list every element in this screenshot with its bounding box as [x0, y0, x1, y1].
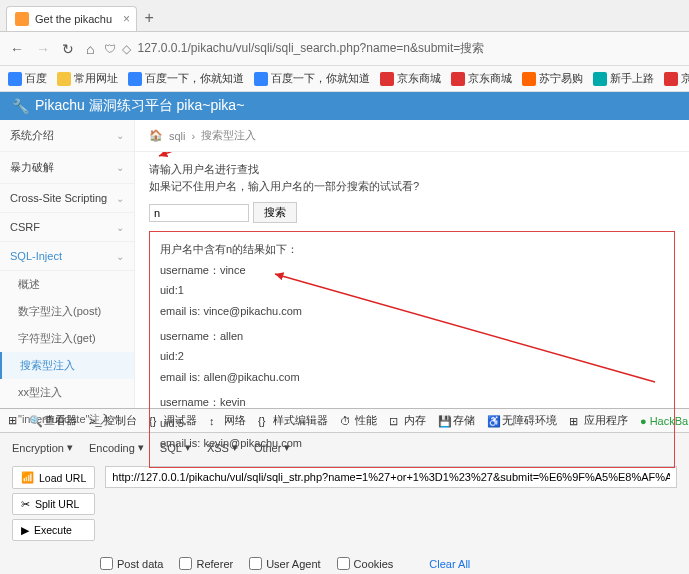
devtools-tab-icon: >_	[89, 415, 101, 427]
sidebar-item[interactable]: Cross-Site Scripting⌄	[0, 184, 134, 213]
home-icon[interactable]: ⌂	[86, 41, 94, 57]
bookmark-label: 苏宁易购	[539, 71, 583, 86]
sidebar-item[interactable]: 暴力破解⌄	[0, 152, 134, 184]
bookmark-item[interactable]: 京东	[664, 71, 689, 86]
checkbox[interactable]	[179, 557, 192, 570]
sidebar-item-label: 系统介绍	[10, 128, 54, 143]
chevron-down-icon: ⌄	[116, 130, 124, 141]
hackbar-dropdown[interactable]: Encryption▾	[12, 441, 73, 454]
close-icon[interactable]: ×	[123, 12, 130, 26]
bookmark-item[interactable]: 苏宁易购	[522, 71, 583, 86]
sidebar-item-sql-inject[interactable]: SQL-Inject⌄	[0, 242, 134, 271]
hackbar-option[interactable]: Post data	[100, 557, 163, 570]
browser-tab-bar: Get the pikachu × +	[0, 0, 689, 32]
scissors-icon: ✂	[21, 498, 30, 510]
result-entry: username：kevinuid:5email is: kevin@pikac…	[160, 393, 664, 453]
hackbar-option[interactable]: User Agent	[249, 557, 320, 570]
bookmark-icon	[451, 72, 465, 86]
results-header: 用户名中含有n的结果如下：	[160, 240, 664, 259]
chevron-down-icon: ⌄	[116, 193, 124, 204]
split-url-button[interactable]: ✂Split URL	[12, 493, 95, 515]
sidebar-item[interactable]: CSRF⌄	[0, 213, 134, 242]
load-url-button[interactable]: 📶Load URL	[12, 466, 95, 489]
tab-favicon	[15, 12, 29, 26]
bookmark-label: 常用网址	[74, 71, 118, 86]
hackbar-option[interactable]: Cookies	[337, 557, 394, 570]
svg-line-0	[159, 152, 255, 156]
back-icon[interactable]: ←	[10, 41, 24, 57]
breadcrumb-2[interactable]: 搜索型注入	[201, 128, 256, 143]
devtools-tab[interactable]: 🔍查看器	[29, 413, 77, 428]
bookmark-icon	[128, 72, 142, 86]
breadcrumb-1[interactable]: sqli	[169, 130, 186, 142]
sidebar-item[interactable]: 系统介绍⌄	[0, 120, 134, 152]
breadcrumb: 🏠 sqli › 搜索型注入	[135, 120, 689, 152]
app-header: 🔧 Pikachu 漏洞练习平台 pika~pika~	[0, 92, 689, 120]
lock-icon: ◇	[122, 42, 131, 56]
tab-title: Get the pikachu	[35, 13, 112, 25]
bookmark-item[interactable]: 常用网址	[57, 71, 118, 86]
bookmark-icon	[593, 72, 607, 86]
execute-button[interactable]: ▶Execute	[12, 519, 95, 541]
sidebar-sub-item[interactable]: 数字型注入(post)	[0, 298, 134, 325]
sidebar-item-label: 暴力破解	[10, 160, 54, 175]
new-tab-button[interactable]: +	[137, 9, 161, 31]
content: 🏠 sqli › 搜索型注入 请输入用户名进行查找 如果记不住用户名，输入用户名…	[135, 120, 689, 408]
bookmarks-bar: 百度常用网址百度一下，你就知道百度一下，你就知道京东商城京东商城苏宁易购新手上路…	[0, 66, 689, 92]
sidebar-sub-item[interactable]: 字符型注入(get)	[0, 325, 134, 352]
bookmark-label: 百度	[25, 71, 47, 86]
chevron-down-icon: ▾	[67, 441, 73, 454]
clear-all-link[interactable]: Clear All	[429, 558, 470, 570]
sidebar-item-label: CSRF	[10, 221, 40, 233]
sidebar-sub-item[interactable]: 搜索型注入	[0, 352, 134, 379]
sidebar-item-label: SQL-Inject	[10, 250, 62, 262]
main-layout: 系统介绍⌄暴力破解⌄Cross-Site Scripting⌄CSRF⌄SQL-…	[0, 120, 689, 408]
sidebar-sub-item[interactable]: 概述	[0, 271, 134, 298]
checkbox[interactable]	[100, 557, 113, 570]
search-input[interactable]	[149, 204, 249, 222]
bookmark-item[interactable]: 百度	[8, 71, 47, 86]
forward-icon[interactable]: →	[36, 41, 50, 57]
devtools-tab-label: 查看器	[44, 413, 77, 428]
results-box: 用户名中含有n的结果如下：username：vinceuid:1email is…	[149, 231, 675, 468]
option-label: Cookies	[354, 558, 394, 570]
chevron-down-icon: ⌄	[116, 162, 124, 173]
chevron-down-icon: ⌄	[116, 251, 124, 262]
content-body: 请输入用户名进行查找 如果记不住用户名，输入用户名的一部分搜索的试试看? 搜索 …	[135, 152, 689, 478]
bookmark-label: 新手上路	[610, 71, 654, 86]
bookmark-item[interactable]: 百度一下，你就知道	[254, 71, 370, 86]
bookmark-icon	[57, 72, 71, 86]
devtools-tab[interactable]: >_控制台	[89, 413, 137, 428]
url-text: 127.0.0.1/pikachu/vul/sqli/sqli_search.p…	[137, 40, 484, 57]
bookmark-item[interactable]: 新手上路	[593, 71, 654, 86]
bookmark-item[interactable]: 百度一下，你就知道	[128, 71, 244, 86]
checkbox[interactable]	[337, 557, 350, 570]
bookmark-label: 百度一下，你就知道	[271, 71, 370, 86]
prompt-line-1: 请输入用户名进行查找	[149, 162, 675, 177]
result-entry: username：vinceuid:1email is: vince@pikac…	[160, 261, 664, 321]
prompt-line-2: 如果记不住用户名，输入用户名的一部分搜索的试试看?	[149, 179, 675, 194]
bookmark-label: 京东商城	[468, 71, 512, 86]
browser-tab[interactable]: Get the pikachu ×	[6, 6, 137, 31]
bookmark-item[interactable]: 京东商城	[380, 71, 441, 86]
search-button[interactable]: 搜索	[253, 202, 297, 223]
reload-icon[interactable]: ↻	[62, 41, 74, 57]
app-title: Pikachu 漏洞练习平台 pika~pika~	[35, 97, 244, 115]
sidebar-sub-item[interactable]: xx型注入	[0, 379, 134, 406]
devtools-picker-icon[interactable]: ⊞	[8, 414, 17, 427]
bookmark-icon	[254, 72, 268, 86]
option-label: Referer	[196, 558, 233, 570]
bookmark-item[interactable]: 京东商城	[451, 71, 512, 86]
url-bar[interactable]: 🛡 ◇ 127.0.0.1/pikachu/vul/sqli/sqli_sear…	[104, 40, 679, 57]
breadcrumb-home-icon[interactable]: 🏠	[149, 129, 163, 142]
bookmark-label: 京东商城	[397, 71, 441, 86]
wrench-icon: 🔧	[12, 98, 29, 114]
bookmark-icon	[522, 72, 536, 86]
checkbox[interactable]	[249, 557, 262, 570]
sidebar: 系统介绍⌄暴力破解⌄Cross-Site Scripting⌄CSRF⌄SQL-…	[0, 120, 135, 408]
bookmark-icon	[664, 72, 678, 86]
option-label: Post data	[117, 558, 163, 570]
hackbar-option[interactable]: Referer	[179, 557, 233, 570]
chevron-down-icon: ⌄	[116, 222, 124, 233]
chevron-right-icon: ›	[192, 130, 196, 142]
